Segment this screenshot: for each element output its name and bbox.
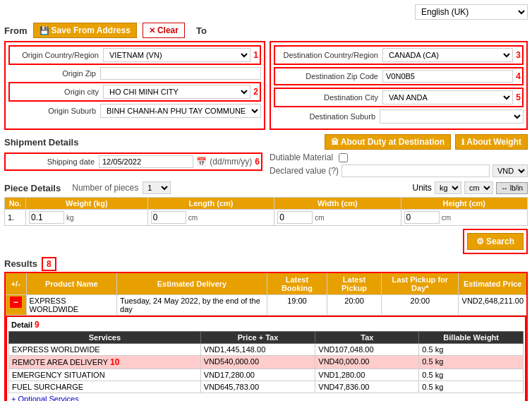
detail-row: Detail 9 Services Price + Tax Tax Billab… <box>5 316 527 402</box>
origin-country-label: Origin Country/Region <box>11 51 103 59</box>
language-select[interactable]: English (UK) <box>415 4 528 20</box>
date-format: (dd/mm/yy) <box>210 157 252 167</box>
units-kg-label: Units <box>413 183 432 193</box>
dest-suburb-select[interactable] <box>380 109 524 124</box>
origin-zip-label: Origin Zip <box>8 69 100 78</box>
num-pieces-label: Number of pieces <box>72 183 138 193</box>
shipment-section: Shipment Details 🏛 About Duty at Destina… <box>4 134 528 177</box>
detail-service: FUEL SURCHARGE <box>9 381 201 393</box>
dest-zip-label: Destination Zip Code <box>277 72 382 80</box>
about-weight-button[interactable]: ℹ About Weight <box>455 134 528 150</box>
shipping-date-input[interactable] <box>99 155 193 168</box>
lbin-button[interactable]: ↔ lb/in <box>496 182 528 194</box>
col-product: Product Name <box>26 273 117 295</box>
units-kg-select[interactable]: kg <box>435 181 461 194</box>
detail-col-services: Services <box>9 332 201 344</box>
detail-billable: 0.5 kg <box>419 356 524 369</box>
col-last-pickup-day: Last Pickup for Day* <box>382 273 459 295</box>
dest-suburb-label: Destination Suburb <box>274 112 380 121</box>
dest-city-select[interactable]: VAN ANDA <box>382 90 513 104</box>
width-input[interactable] <box>277 211 313 224</box>
origin-city-label: Origin city <box>11 88 103 96</box>
origin-country-select[interactable]: VIETNAM (VN) <box>103 48 250 62</box>
collapse-button[interactable]: − <box>10 297 22 308</box>
col-width: Width (cm) <box>274 198 401 210</box>
badge-5: 5 <box>516 92 521 102</box>
detail-billable: 0.5 kg <box>419 381 524 393</box>
col-weight: Weight (kg) <box>26 198 148 210</box>
shipping-date-label: Shipping date <box>7 157 99 166</box>
detail-service: REMOTE AREA DELIVERY 10 <box>9 356 201 369</box>
declared-label: Declared value (?) <box>270 166 339 176</box>
detail-tax: VND47,836.00 <box>315 381 419 393</box>
to-label: To <box>196 25 207 36</box>
badge-1: 1 <box>253 50 258 60</box>
table-row: 1. kg cm cm cm <box>5 210 528 226</box>
badge-8: 8 <box>42 257 56 271</box>
expand-cell: − <box>5 295 26 316</box>
col-length: Length (cm) <box>147 198 274 210</box>
detail-col-tax: Tax <box>315 332 419 344</box>
calendar-icon[interactable]: 📅 <box>196 157 207 167</box>
detail-table-row: EMERGENCY SITUATION VND17,280.00 VND1,28… <box>9 369 524 381</box>
from-label: From <box>4 25 28 36</box>
col-est-price: Estimated Price <box>459 273 527 295</box>
badge-3: 3 <box>516 50 521 60</box>
width-unit: cm <box>315 214 324 222</box>
piece-label: Piece Details <box>4 183 61 193</box>
origin-city-select[interactable]: HO CHI MINH CITY <box>103 85 250 99</box>
length-input[interactable] <box>151 211 186 224</box>
latest-pickup: 20:00 <box>327 295 381 316</box>
num-pieces-select[interactable]: 1 <box>143 181 171 194</box>
piece-table: No. Weight (kg) Length (cm) Width (cm) H… <box>4 197 528 226</box>
from-panel: Origin Country/Region VIETNAM (VN) 1 Ori… <box>4 41 265 130</box>
detail-table-row: REMOTE AREA DELIVERY 10 VND540,000.00 VN… <box>9 356 524 369</box>
col-latest-pickup: Latest Pickup <box>327 273 381 295</box>
clear-button[interactable]: ✕ Clear <box>143 23 185 38</box>
currency-select[interactable]: VND <box>492 164 528 177</box>
results-table: +/- Product Name Estimated Delivery Late… <box>4 272 528 401</box>
shipment-label: Shipment Details <box>4 137 78 148</box>
dest-country-label: Destination Country/Region <box>277 51 382 59</box>
search-button[interactable]: ⚙ Search <box>467 233 524 250</box>
detail-col-billable: Billable Weight <box>419 332 524 344</box>
to-panel: Destination Country/Region CANADA (CA) 3… <box>270 41 528 130</box>
col-plusminus: +/- <box>5 273 26 295</box>
search-box: ⚙ Search <box>463 229 528 254</box>
badge-6: 6 <box>255 157 260 167</box>
detail-service: EMERGENCY SITUATION <box>9 369 201 381</box>
detail-price-tax: VND17,280.00 <box>200 369 315 381</box>
detail-price-tax: VND645,783.00 <box>200 381 315 393</box>
detail-tax: VND107,048.00 <box>315 344 419 356</box>
product-name: EXPRESS WORLDWIDE <box>26 295 117 316</box>
weight-unit: kg <box>66 214 74 222</box>
about-duty-button[interactable]: 🏛 About Duty at Destination <box>325 134 451 150</box>
detail-tax: VND40,000.00 <box>315 356 419 369</box>
dest-city-label: Destination City <box>277 93 382 102</box>
col-latest-booking: Latest Booking <box>267 273 327 295</box>
declared-value-input[interactable] <box>341 164 490 177</box>
units-cm-select[interactable]: cm <box>464 181 493 194</box>
save-from-address-button[interactable]: 💾 Save From Address <box>33 23 137 38</box>
list-item: − EXPRESS WORLDWIDE Tuesday, 24 May 2022… <box>5 295 527 316</box>
dutiable-checkbox[interactable] <box>339 153 348 162</box>
detail-table-row: EXPRESS WORLDWIDE VND1,445,148.00 VND107… <box>9 344 524 356</box>
origin-suburb-select[interactable]: BINH CHANH-AN PHU TAY COMMUNE <box>100 104 261 118</box>
origin-zip-input[interactable] <box>100 67 261 80</box>
latest-booking: 19:00 <box>267 295 327 316</box>
col-no: No. <box>5 198 26 210</box>
detail-col-price-tax: Price + Tax <box>200 332 315 344</box>
detail-billable: 0.5 kg <box>419 344 524 356</box>
dutiable-label: Dutiable Material <box>270 152 333 162</box>
height-unit: cm <box>442 214 451 222</box>
results-section: Results8 +/- Product Name Estimated Deli… <box>4 258 528 401</box>
piece-section: Piece Details Number of pieces 1 Units k… <box>4 181 528 226</box>
estimated-price: VND2,648,211.00 <box>459 295 527 316</box>
height-input[interactable] <box>404 211 440 224</box>
dest-country-select[interactable]: CANADA (CA) <box>382 48 513 62</box>
col-est-delivery: Estimated Delivery <box>117 273 267 295</box>
weight-input[interactable] <box>29 211 64 224</box>
detail-billable: 0.5 kg <box>419 369 524 381</box>
dest-zip-input[interactable] <box>382 70 513 83</box>
optional-services-link[interactable]: + Optional Services <box>8 393 524 401</box>
